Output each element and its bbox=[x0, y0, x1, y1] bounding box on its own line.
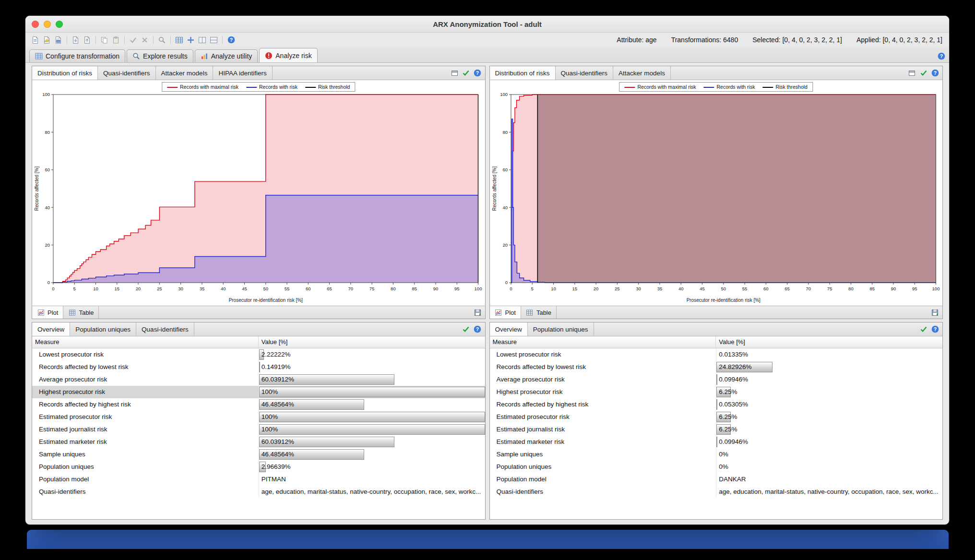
tab-hipaa-identifiers[interactable]: HIPAA identifiers bbox=[213, 66, 272, 80]
show-table-icon[interactable] bbox=[174, 35, 184, 45]
folder-tools: ? bbox=[919, 322, 942, 336]
row-highest-prosecutor-risk[interactable]: Highest prosecutor risk100% bbox=[32, 386, 485, 398]
chart-canvas: 0510152025303540455055606570758085909510… bbox=[490, 80, 943, 306]
apply-check-icon[interactable] bbox=[462, 325, 470, 334]
row-estimated-prosecutor-risk[interactable]: Estimated prosecutor risk100% bbox=[32, 411, 485, 423]
tab-label: Attacker models bbox=[618, 70, 665, 77]
import-data-icon[interactable] bbox=[71, 35, 81, 45]
row-records-affected-by-highest-risk[interactable]: Records affected by highest risk0.05305% bbox=[490, 398, 943, 411]
row-estimated-marketer-risk[interactable]: Estimated marketer risk60.03912% bbox=[32, 436, 485, 448]
row-population-uniques[interactable]: Population uniques0% bbox=[490, 461, 943, 473]
apply-check-icon[interactable] bbox=[128, 35, 138, 45]
help-icon[interactable]: ? bbox=[931, 325, 939, 334]
tab-population-uniques[interactable]: Population uniques bbox=[528, 322, 594, 336]
background-window-strip bbox=[27, 530, 949, 549]
tab-explore-results[interactable]: Explore results bbox=[127, 49, 193, 62]
plot-mini-icon bbox=[495, 309, 502, 316]
value-text: 100% bbox=[259, 388, 278, 395]
svg-text:80: 80 bbox=[391, 286, 396, 291]
tab-plot[interactable]: Plot bbox=[32, 306, 63, 319]
row-average-prosecutor-risk[interactable]: Average prosecutor risk60.03912% bbox=[32, 373, 485, 386]
zoom-button[interactable] bbox=[56, 21, 63, 28]
export-image-icon[interactable] bbox=[474, 309, 482, 317]
plot-mini-icon bbox=[37, 309, 45, 316]
tab-population-uniques[interactable]: Population uniques bbox=[70, 322, 136, 336]
row-estimated-journalist-risk[interactable]: Estimated journalist risk100% bbox=[32, 423, 485, 436]
tab-label: Analyze risk bbox=[275, 52, 311, 60]
svg-text:95: 95 bbox=[454, 286, 460, 291]
value-text: 0% bbox=[716, 451, 728, 458]
tab-quasi-identifiers[interactable]: Quasi-identifiers bbox=[136, 322, 194, 336]
apply-check-icon[interactable] bbox=[462, 69, 470, 77]
value-cell: age, education, marital-status, native-c… bbox=[259, 486, 485, 498]
layout-icon[interactable] bbox=[908, 69, 916, 77]
paste-icon[interactable] bbox=[111, 35, 121, 45]
row-average-prosecutor-risk[interactable]: Average prosecutor risk0.09946% bbox=[490, 373, 943, 386]
row-quasi-identifiers[interactable]: Quasi-identifiersage, education, marital… bbox=[32, 486, 485, 498]
output-risk-panel: Distribution of risksQuasi-identifiersAt… bbox=[489, 66, 943, 520]
tab-quasi-identifiers[interactable]: Quasi-identifiers bbox=[556, 66, 614, 80]
export-data-icon[interactable] bbox=[82, 35, 92, 45]
column-header-measure[interactable]: Measure bbox=[32, 336, 259, 348]
row-estimated-journalist-risk[interactable]: Estimated journalist risk6.25% bbox=[490, 423, 943, 436]
titlebar[interactable]: ARX Anonymization Tool - adult bbox=[25, 16, 949, 33]
column-header-value[interactable]: Value [%] bbox=[259, 336, 485, 348]
value-text: 6.25% bbox=[716, 413, 737, 420]
tab-attacker-models[interactable]: Attacker models bbox=[613, 66, 671, 80]
layout-icon[interactable] bbox=[451, 69, 459, 77]
help-icon[interactable]: ? bbox=[226, 35, 236, 45]
column-header-value[interactable]: Value [%] bbox=[716, 336, 942, 348]
row-estimated-marketer-risk[interactable]: Estimated marketer risk0.09946% bbox=[490, 436, 943, 448]
open-project-icon[interactable] bbox=[42, 35, 52, 45]
help-icon[interactable]: ? bbox=[474, 69, 482, 77]
row-sample-uniques[interactable]: Sample uniques46.48564% bbox=[32, 448, 485, 461]
row-quasi-identifiers[interactable]: Quasi-identifiersage, education, marital… bbox=[490, 486, 943, 498]
apply-check-icon[interactable] bbox=[919, 69, 927, 77]
row-highest-prosecutor-risk[interactable]: Highest prosecutor risk6.25% bbox=[490, 386, 943, 398]
tab-overview[interactable]: Overview bbox=[32, 322, 70, 336]
row-records-affected-by-lowest-risk[interactable]: Records affected by lowest risk24.82926% bbox=[490, 361, 943, 373]
horizontal-layout-icon[interactable] bbox=[197, 35, 207, 45]
row-population-model[interactable]: Population modelPITMAN bbox=[32, 473, 485, 486]
row-sample-uniques[interactable]: Sample uniques0% bbox=[490, 448, 943, 461]
tab-table[interactable]: Table bbox=[63, 306, 99, 319]
folder-tools: ? bbox=[451, 66, 485, 80]
tab-plot[interactable]: Plot bbox=[490, 306, 521, 319]
tab-overview[interactable]: Overview bbox=[490, 322, 528, 336]
close-button[interactable] bbox=[32, 21, 39, 28]
row-records-affected-by-highest-risk[interactable]: Records affected by highest risk46.48564… bbox=[32, 398, 485, 411]
tab-attacker-models[interactable]: Attacker models bbox=[156, 66, 214, 80]
legend-swatch bbox=[625, 87, 635, 88]
tab-configure-transformation[interactable]: Configure transformation bbox=[29, 49, 125, 62]
row-lowest-prosecutor-risk[interactable]: Lowest prosecutor risk2.22222% bbox=[32, 348, 485, 361]
risk-view-tabbar: Distribution of risksQuasi-identifiersAt… bbox=[32, 66, 485, 80]
row-population-model[interactable]: Population modelDANKAR bbox=[490, 473, 943, 486]
tab-distribution-of-risks[interactable]: Distribution of risks bbox=[32, 66, 98, 80]
help-icon[interactable]: ? bbox=[937, 52, 945, 60]
tab-table[interactable]: Table bbox=[521, 306, 557, 319]
cancel-icon[interactable] bbox=[140, 35, 150, 45]
tab-distribution-of-risks[interactable]: Distribution of risks bbox=[490, 66, 556, 80]
value-cell: 100% bbox=[259, 423, 485, 436]
row-records-affected-by-lowest-risk[interactable]: Records affected by lowest risk0.14919% bbox=[32, 361, 485, 373]
copy-icon[interactable] bbox=[99, 35, 109, 45]
tab-analyze-utility[interactable]: Analyze utility bbox=[195, 49, 258, 62]
minimize-button[interactable] bbox=[44, 21, 51, 28]
new-project-icon[interactable] bbox=[30, 35, 40, 45]
apply-check-icon[interactable] bbox=[919, 325, 927, 334]
row-lowest-prosecutor-risk[interactable]: Lowest prosecutor risk0.01335% bbox=[490, 348, 943, 361]
tab-analyze-risk[interactable]: Analyze risk bbox=[259, 48, 317, 62]
find-icon[interactable] bbox=[157, 35, 167, 45]
row-estimated-prosecutor-risk[interactable]: Estimated prosecutor risk6.25% bbox=[490, 411, 943, 423]
svg-text:35: 35 bbox=[200, 286, 205, 291]
row-population-uniques[interactable]: Population uniques2.96639% bbox=[32, 461, 485, 473]
add-view-icon[interactable] bbox=[186, 35, 196, 45]
help-icon[interactable]: ? bbox=[931, 69, 939, 77]
save-project-icon[interactable] bbox=[53, 35, 63, 45]
help-icon[interactable]: ? bbox=[474, 325, 482, 334]
table-body: Lowest prosecutor risk2.22222%Records af… bbox=[32, 348, 485, 498]
vertical-layout-icon[interactable] bbox=[209, 35, 219, 45]
column-header-measure[interactable]: Measure bbox=[490, 336, 716, 348]
export-image-icon[interactable] bbox=[931, 309, 939, 317]
tab-quasi-identifiers[interactable]: Quasi-identifiers bbox=[98, 66, 156, 80]
